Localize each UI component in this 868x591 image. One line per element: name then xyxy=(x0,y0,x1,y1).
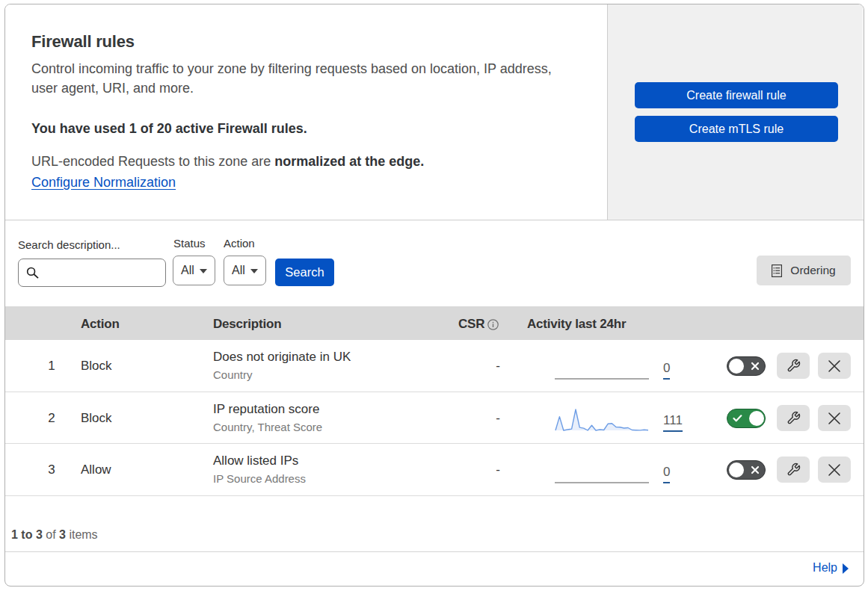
rules-table-body: 1 Block Does not originate in UK Country… xyxy=(5,340,864,496)
page-description: Control incoming traffic to your zone by… xyxy=(31,59,565,98)
help-arrow-icon xyxy=(843,563,849,574)
toggle-check-icon xyxy=(733,415,742,423)
action-select-value: All xyxy=(232,264,245,277)
chevron-down-icon xyxy=(200,269,207,273)
toggle-x-icon xyxy=(751,362,760,371)
edit-rule-button[interactable] xyxy=(777,405,810,431)
rule-enabled-toggle[interactable] xyxy=(727,356,766,376)
rule-csr-value: - xyxy=(490,340,506,392)
rule-priority: 1 xyxy=(43,340,61,392)
delete-rule-button[interactable] xyxy=(818,457,851,483)
status-select-value: All xyxy=(181,264,194,277)
rule-enabled-toggle[interactable] xyxy=(727,460,766,480)
wrench-icon xyxy=(787,359,801,373)
column-header-csr: CSR xyxy=(458,307,499,341)
status-select[interactable]: All xyxy=(173,256,215,285)
close-icon xyxy=(827,359,842,374)
activity-count-link[interactable]: 111 xyxy=(663,413,683,432)
activity-count-link[interactable]: 0 xyxy=(663,465,670,483)
create-mtls-rule-button[interactable]: Create mTLS rule xyxy=(635,116,838,142)
rule-priority: 3 xyxy=(43,444,61,495)
firewall-rules-card: Firewall rules Control incoming traffic … xyxy=(4,4,864,587)
delete-rule-button[interactable] xyxy=(818,405,851,431)
delete-rule-button[interactable] xyxy=(818,353,851,379)
search-input[interactable] xyxy=(44,261,162,285)
wrench-icon xyxy=(787,411,801,425)
column-header-activity: Activity last 24hr xyxy=(527,307,626,341)
search-icon xyxy=(25,266,40,280)
ordering-button[interactable]: Ordering xyxy=(757,256,851,285)
rule-fields: IP Source Address xyxy=(213,472,306,485)
ordering-button-label: Ordering xyxy=(790,264,835,277)
table-row: 1 Block Does not originate in UK Country… xyxy=(5,340,864,392)
table-row: 2 Block IP reputation score Country, Thr… xyxy=(5,392,864,444)
info-icon[interactable] xyxy=(487,319,499,330)
rule-action: Block xyxy=(81,392,112,444)
toggle-knob xyxy=(749,411,764,426)
pagination-summary: 1 to 3 of 3 items xyxy=(11,528,98,542)
rule-description: Does not originate in UK xyxy=(213,350,351,365)
close-icon xyxy=(827,462,842,477)
rule-description: Allow listed IPs xyxy=(213,454,298,468)
search-box xyxy=(18,259,166,287)
column-header-description: Description xyxy=(213,307,281,341)
help-link-label: Help xyxy=(813,561,837,575)
rule-csr-value: - xyxy=(490,392,506,444)
toggle-knob xyxy=(729,359,744,374)
toggle-x-icon xyxy=(751,465,760,474)
table-header: Action Description CSR Activity last 24h… xyxy=(5,306,864,340)
rule-fields: Country xyxy=(213,368,253,381)
configure-normalization-link[interactable]: Configure Normalization xyxy=(31,175,176,190)
filter-bar: Search description... Status Action All … xyxy=(5,220,864,306)
ordering-list-icon xyxy=(772,264,782,277)
normalization-bold: normalized at the edge. xyxy=(274,154,424,169)
chevron-down-icon xyxy=(250,269,258,273)
status-label: Status xyxy=(173,237,206,250)
rule-csr-value: - xyxy=(490,444,506,495)
overview-section: Firewall rules Control incoming traffic … xyxy=(5,4,864,220)
rule-priority: 2 xyxy=(43,392,61,444)
activity-count-link[interactable]: 0 xyxy=(663,361,670,380)
search-button[interactable]: Search xyxy=(275,259,334,286)
normalization-text: URL-encoded Requests to this zone are xyxy=(31,154,274,169)
rule-description: IP reputation score xyxy=(213,402,319,417)
create-firewall-rule-button[interactable]: Create firewall rule xyxy=(635,82,838,108)
toggle-knob xyxy=(729,462,744,477)
activity-sparkline-empty xyxy=(555,378,649,380)
activity-sparkline xyxy=(555,407,649,431)
rule-action: Allow xyxy=(81,444,111,495)
close-icon xyxy=(827,411,842,426)
action-label: Action xyxy=(224,237,255,250)
footer-divider xyxy=(5,551,864,552)
rule-fields: Country, Threat Score xyxy=(213,421,322,433)
column-header-action: Action xyxy=(81,307,120,341)
wrench-icon xyxy=(787,462,801,477)
activity-sparkline-empty xyxy=(555,482,649,483)
page-title: Firewall rules xyxy=(31,32,135,52)
edit-rule-button[interactable] xyxy=(777,353,810,379)
help-link[interactable]: Help xyxy=(813,561,849,575)
normalization-note: URL-encoded Requests to this zone are no… xyxy=(31,151,424,193)
action-select[interactable]: All xyxy=(224,256,266,285)
rule-enabled-toggle[interactable] xyxy=(727,409,766,428)
rule-action: Block xyxy=(81,340,112,392)
actions-side-panel: Create firewall rule Create mTLS rule xyxy=(607,4,863,220)
table-row: 3 Allow Allow listed IPs IP Source Addre… xyxy=(5,444,864,496)
edit-rule-button[interactable] xyxy=(777,457,810,483)
usage-summary: You have used 1 of 20 active Firewall ru… xyxy=(31,121,307,137)
search-label: Search description... xyxy=(18,238,120,251)
